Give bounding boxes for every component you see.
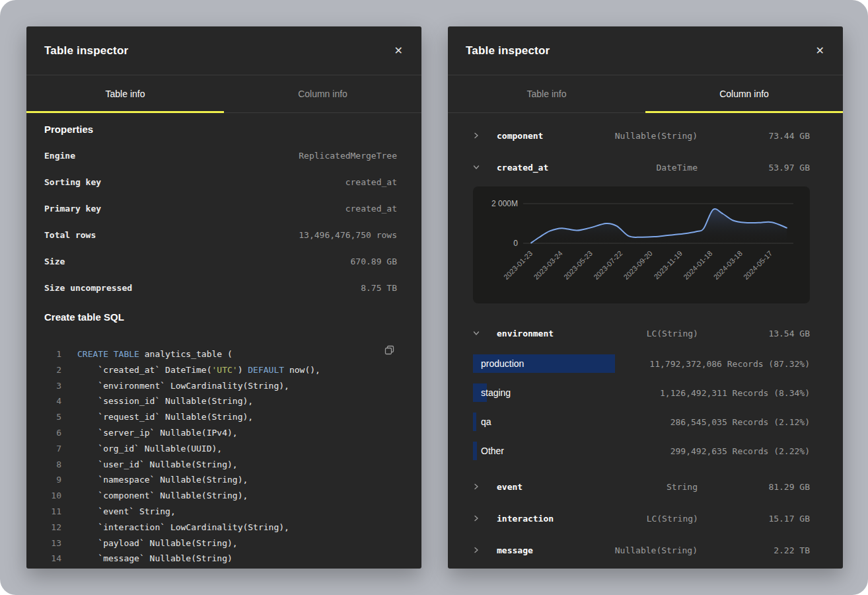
chevron-down-icon[interactable] (473, 164, 484, 171)
sql-line-number: 11 (44, 504, 61, 520)
value-distribution-row: staging1,126,492,311 Records (8.34%) (473, 378, 810, 407)
column-row[interactable]: environmentLC(String)13.54 GB (473, 317, 810, 349)
sql-line-code: `component` Nullable(String), (77, 488, 248, 504)
property-label: Engine (44, 151, 75, 161)
close-icon[interactable]: ✕ (813, 43, 827, 59)
sql-line-number: 14 (44, 551, 61, 567)
column-size: 53.97 GB (698, 163, 810, 173)
y-tick-label-zero: 0 (513, 239, 518, 248)
sql-line: 14 `message` Nullable(String) (44, 551, 397, 567)
sql-line-number: 2 (44, 362, 61, 378)
copy-icon[interactable] (383, 344, 396, 358)
value-record-count: 286,545,035 Records (2.12%) (660, 417, 810, 427)
x-tick-label: 2024-03-18 (712, 249, 744, 281)
column-row[interactable]: componentNullable(String)73.44 GB (473, 120, 810, 151)
x-tick-label: 2023-07-22 (592, 249, 624, 281)
sql-line-number: 3 (44, 378, 61, 394)
property-value: ReplicatedMergeTree (299, 151, 397, 161)
chevron-down-icon[interactable] (473, 330, 484, 337)
dialog-title: Table inspector (44, 44, 128, 58)
column-row[interactable]: messageNullable(String)2.22 TB (473, 534, 810, 566)
sql-line: 2 `created_at` DateTime('UTC') DEFAULT n… (44, 362, 397, 378)
sql-line-number: 7 (44, 441, 61, 457)
property-row: EngineReplicatedMergeTree (44, 142, 397, 169)
tab-bar: Table info Column info (448, 75, 843, 113)
dialog-title: Table inspector (466, 44, 550, 58)
sql-code: 1CREATE TABLE analytics_table (2 `create… (44, 346, 397, 569)
column-size: 15.17 GB (698, 514, 810, 524)
column-type: Nullable(String) (552, 545, 698, 555)
column-name: created_at (484, 163, 552, 173)
sql-line-code: `created_at` DateTime('UTC') DEFAULT now… (77, 362, 320, 378)
sql-line: 13 `payload` Nullable(String), (44, 536, 397, 551)
sql-line-number: 12 (44, 520, 61, 536)
chevron-right-icon[interactable] (473, 515, 484, 522)
sql-line-code: `message` Nullable(String) (77, 551, 233, 567)
sql-line: 4 `session_id` Nullable(String), (44, 393, 397, 409)
sql-line-number: 15 (44, 567, 61, 569)
column-row[interactable]: created_atDateTime53.97 GB (473, 151, 810, 183)
value-record-count: 299,492,635 Records (2.22%) (660, 446, 810, 456)
area-fill (531, 209, 787, 243)
property-value: created_at (345, 177, 397, 187)
x-tick-label: 2023-03-24 (532, 249, 563, 281)
column-type: LC(String) (554, 514, 698, 524)
chevron-right-icon[interactable] (473, 132, 484, 139)
property-label: Total rows (44, 230, 96, 240)
value-label: qa (473, 413, 660, 431)
sql-line-code: `environment` LowCardinality(String), (77, 378, 289, 394)
column-row[interactable]: interactionLC(String)15.17 GB (473, 502, 810, 534)
sql-line: 1CREATE TABLE analytics_table ( (44, 346, 397, 362)
value-distribution-row: production11,792,372,086 Records (87.32%… (473, 349, 810, 378)
property-row: Primary keycreated_at (44, 195, 397, 221)
property-row: Total rows13,496,476,750 rows (44, 221, 397, 248)
value-bar-container: qa (473, 413, 660, 431)
value-label: production (473, 354, 639, 373)
value-record-count: 1,126,492,311 Records (8.34%) (649, 388, 810, 398)
sql-line-code: `request_id` Nullable(String), (77, 409, 253, 425)
dialog-header: Table inspector ✕ (26, 26, 421, 75)
property-label: Size (44, 257, 65, 266)
close-icon[interactable]: ✕ (392, 43, 406, 59)
value-label: staging (473, 383, 649, 402)
tab-column-info[interactable]: Column info (645, 75, 843, 112)
value-bar-container: Other (473, 442, 660, 460)
sql-code-block: 1CREATE TABLE analytics_table (2 `create… (44, 346, 397, 569)
y-tick-label-max: 2 000M (491, 199, 518, 208)
chevron-right-icon[interactable] (473, 483, 484, 490)
sql-line-number: 13 (44, 536, 61, 551)
sql-line-code: `namespace` Nullable(String), (77, 472, 248, 488)
value-label: Other (473, 442, 660, 460)
table-info-content: Properties EngineReplicatedMergeTreeSort… (26, 122, 421, 569)
column-type: String (552, 482, 698, 492)
tab-table-info[interactable]: Table info (448, 75, 645, 112)
sql-line: 11 `event` String, (44, 504, 397, 520)
tab-bar: Table info Column info (26, 75, 421, 113)
sql-line-number: 9 (44, 472, 61, 488)
property-row: Size670.89 GB (44, 248, 397, 274)
area-chart: 2 000M02023-01-232023-03-242023-05-23202… (473, 186, 810, 303)
sql-line-number: 1 (44, 346, 61, 362)
table-inspector-dialog-table-info: Table inspector ✕ Table info Column info… (26, 26, 421, 569)
property-value: created_at (345, 204, 397, 214)
x-tick-label: 2023-05-23 (562, 249, 594, 281)
tab-column-info[interactable]: Column info (224, 75, 421, 112)
dialog-header: Table inspector ✕ (448, 26, 843, 75)
property-label: Sorting key (44, 177, 101, 187)
sql-line-code: `interaction` LowCardinality(String), (77, 520, 289, 536)
column-row[interactable]: eventString81.29 GB (473, 471, 810, 502)
sql-line-code: `session_id` Nullable(String), (77, 393, 253, 409)
properties-list: EngineReplicatedMergeTreeSorting keycrea… (44, 142, 397, 301)
x-tick-label: 2023-09-20 (622, 249, 654, 281)
sql-line: 10 `component` Nullable(String), (44, 488, 397, 504)
x-tick-label: 2024-01-18 (682, 249, 713, 281)
value-distribution-row: Other299,492,635 Records (2.22%) (473, 436, 810, 465)
x-tick-label: 2023-01-23 (502, 249, 534, 281)
column-size: 73.44 GB (698, 131, 810, 141)
sql-line-code: ) ENGINE = ReplicatedMergeTree('/clickho… (77, 567, 419, 569)
chevron-right-icon[interactable] (473, 547, 484, 553)
column-type: LC(String) (554, 329, 698, 338)
column-size: 13.54 GB (698, 329, 810, 338)
tab-table-info[interactable]: Table info (26, 75, 224, 112)
sql-line: 8 `user_id` Nullable(String), (44, 457, 397, 473)
